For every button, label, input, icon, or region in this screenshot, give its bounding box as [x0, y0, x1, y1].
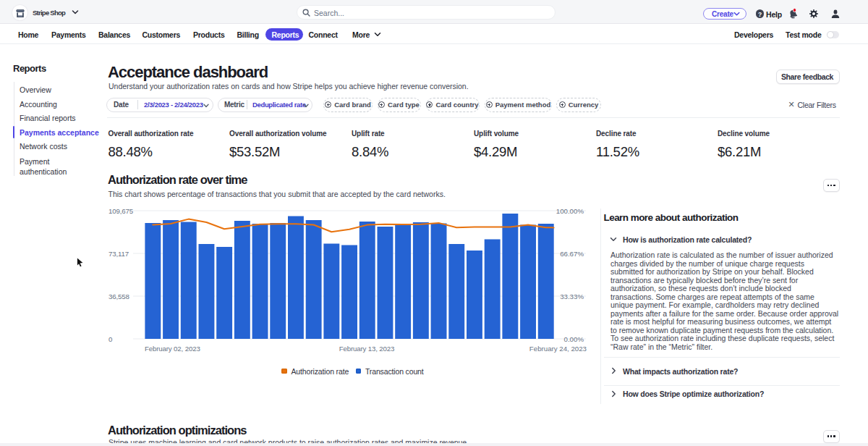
svg-text:February 13, 2023: February 13, 2023 — [339, 345, 395, 353]
svg-text:February 02, 2023: February 02, 2023 — [145, 345, 200, 353]
svg-text:0: 0 — [109, 335, 113, 343]
svg-text:66.67%: 66.67% — [560, 250, 584, 258]
svg-text:36,558: 36,558 — [109, 293, 129, 300]
svg-text:100.00%: 100.00% — [556, 207, 584, 215]
svg-text:February 24, 2023: February 24, 2023 — [529, 345, 587, 353]
svg-text:109,675: 109,675 — [109, 207, 133, 215]
svg-text:33.33%: 33.33% — [560, 293, 584, 300]
svg-text:0.00%: 0.00% — [564, 335, 584, 343]
svg-text:73,117: 73,117 — [109, 250, 129, 258]
